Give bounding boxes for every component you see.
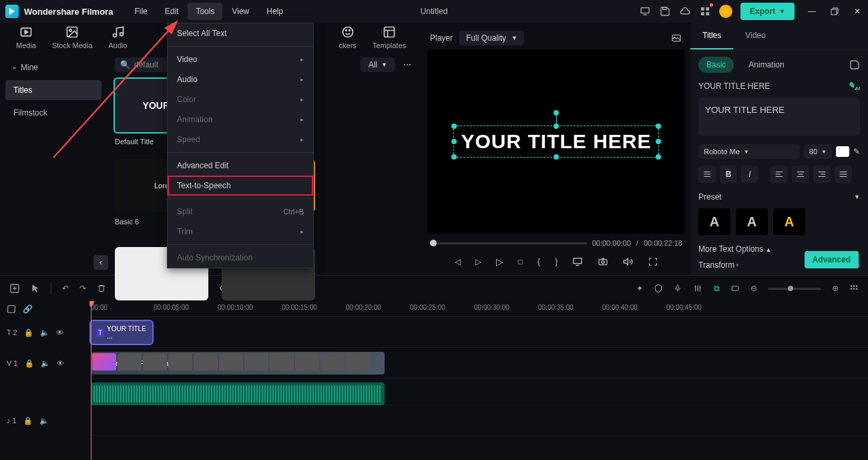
tm-video[interactable]: Video▸ <box>168 49 313 69</box>
minimize-button[interactable]: — <box>807 6 817 17</box>
ai-icon[interactable]: ✎AI <box>848 81 860 91</box>
chip-animation[interactable]: Animation <box>740 57 792 73</box>
menu-help[interactable]: Help <box>258 3 291 20</box>
fullscreen-icon[interactable] <box>648 257 658 266</box>
tab-media[interactable]: Media <box>8 23 44 52</box>
collapse-tracks-icon[interactable] <box>7 304 16 314</box>
tab-templates[interactable]: Templates <box>365 23 414 52</box>
apps-icon[interactable] <box>699 5 711 17</box>
sidebar-titles[interactable]: Titles <box>5 80 101 100</box>
sidebar-filmstock[interactable]: Filmstock <box>5 103 101 123</box>
save-icon[interactable] <box>659 5 671 17</box>
link-icon[interactable]: 🔗 <box>23 304 33 314</box>
menu-view[interactable]: View <box>224 3 257 20</box>
view-mode-icon[interactable] <box>849 284 859 293</box>
font-family-dropdown[interactable]: Roboto Me▼ <box>698 144 800 159</box>
play-reverse-icon[interactable]: ▷ <box>475 257 481 266</box>
mic-icon[interactable] <box>674 283 682 294</box>
inspector-tab-video[interactable]: Video <box>733 23 777 49</box>
mute-icon[interactable]: 🔈 <box>39 417 49 425</box>
lock-icon[interactable]: 🔒 <box>25 359 34 368</box>
display-icon[interactable] <box>572 256 583 267</box>
align-center-icon[interactable] <box>792 166 809 183</box>
preview-screen[interactable]: YOUR TITLE HERE <box>427 49 685 234</box>
clip-video[interactable]: ▶Retro Intro Filmora Tutorial <box>91 352 385 375</box>
playhead[interactable] <box>91 301 91 460</box>
shield-icon[interactable] <box>654 283 663 294</box>
timeline-ruler[interactable]: 00:00 00:00:05:00 00:00:10:00 00:00:15:0… <box>89 301 868 317</box>
tm-trim[interactable]: Trim▸ <box>168 222 313 242</box>
tm-audio[interactable]: Audio▸ <box>168 69 313 89</box>
seek-bar[interactable] <box>430 242 587 244</box>
align-justify-icon[interactable] <box>835 166 852 183</box>
eye-icon[interactable]: 👁 <box>57 359 64 367</box>
menu-tools[interactable]: Tools <box>188 3 222 20</box>
filter-all-dropdown[interactable]: All▼ <box>361 57 395 72</box>
track-head-v1[interactable]: V 1 🔒 🔈 👁 <box>0 348 89 379</box>
mixer-icon[interactable] <box>692 284 703 293</box>
mute-icon[interactable]: 🔈 <box>41 359 50 368</box>
stop-icon[interactable]: □ <box>518 257 523 266</box>
chip-basic[interactable]: Basic <box>698 57 734 73</box>
eyedropper-icon[interactable]: ✎ <box>853 147 860 156</box>
color-swatch[interactable] <box>836 146 849 157</box>
inspector-tab-titles[interactable]: Titles <box>690 23 733 49</box>
tm-text-to-speech[interactable]: Text-to-Speech <box>168 176 313 196</box>
clip-audio-linked[interactable] <box>91 383 385 405</box>
mark-in-icon[interactable]: { <box>537 257 540 266</box>
tm-autosync[interactable]: Auto Synchronization <box>168 248 313 268</box>
maximize-button[interactable] <box>829 6 840 17</box>
italic-icon[interactable]: I <box>741 166 758 183</box>
play-icon[interactable]: ▷ <box>496 256 503 267</box>
spacing-icon[interactable] <box>698 166 716 183</box>
search-input[interactable]: 🔍default <box>115 57 175 72</box>
preset-1[interactable]: A <box>698 208 730 235</box>
preset-2[interactable]: A <box>736 208 768 235</box>
tab-stock-media[interactable]: Stock Media <box>44 23 101 52</box>
bold-icon[interactable]: B <box>720 166 737 183</box>
zoom-out-icon[interactable]: ⊖ <box>750 284 757 293</box>
menu-edit[interactable]: Edit <box>157 3 187 20</box>
menu-file[interactable]: File <box>126 3 155 20</box>
prev-frame-icon[interactable]: ◁ <box>455 257 461 266</box>
more-options-icon[interactable]: ⋯ <box>401 57 414 72</box>
tm-advanced-edit[interactable]: Advanced Edit <box>168 156 313 176</box>
mute-icon[interactable]: 🔈 <box>40 328 49 337</box>
tm-speed[interactable]: Speed▸ <box>168 130 313 150</box>
tm-split[interactable]: SplitCtrl+B <box>168 202 313 222</box>
title-text-input[interactable]: YOUR TITLE HERE <box>698 98 860 136</box>
preset-3[interactable]: A <box>773 208 805 235</box>
track-head-t2[interactable]: T 2 🔒 🔈 👁 <box>0 317 89 348</box>
tab-audio[interactable]: Audio <box>101 23 136 52</box>
chevron-down-icon[interactable]: ▼ <box>854 194 860 200</box>
lock-icon[interactable]: 🔒 <box>23 417 33 425</box>
camera-icon[interactable] <box>598 256 608 267</box>
tm-animation[interactable]: Animation▸ <box>168 109 313 130</box>
eye-icon[interactable]: 👁 <box>56 328 63 336</box>
preview-title-text[interactable]: YOUR TITLE HERE <box>461 130 651 153</box>
font-size-dropdown[interactable]: 80▼ <box>804 144 832 159</box>
zoom-slider[interactable] <box>768 288 821 290</box>
align-left-icon[interactable] <box>771 166 788 183</box>
sidebar-mine[interactable]: ▸Mine <box>5 57 101 77</box>
quality-dropdown[interactable]: Full Quality▼ <box>459 31 524 45</box>
title-bounding-box[interactable]: YOUR TITLE HERE <box>453 126 658 158</box>
radar-icon[interactable]: ✦ <box>636 284 643 293</box>
account-icon[interactable] <box>719 5 732 18</box>
tab-stickers[interactable]: ckers <box>331 23 365 52</box>
lock-icon[interactable]: 🔒 <box>24 328 33 337</box>
magnet-icon[interactable]: ⧉ <box>714 284 720 293</box>
volume-icon[interactable] <box>623 256 634 267</box>
tm-color[interactable]: Color▸ <box>168 89 313 109</box>
save-preset-icon[interactable] <box>849 59 860 70</box>
close-button[interactable]: ✕ <box>852 6 863 17</box>
advanced-button[interactable]: Advanced <box>805 251 859 268</box>
tm-select-all-text[interactable]: Select All Text <box>168 23 313 43</box>
collapse-sidebar-button[interactable]: ‹ <box>93 255 108 270</box>
export-button[interactable]: Export▼ <box>740 3 795 20</box>
clip-title[interactable]: TYOUR TITLE ... <box>91 321 152 344</box>
mark-out-icon[interactable]: } <box>555 257 558 266</box>
monitor-icon[interactable] <box>639 5 651 17</box>
marker-icon[interactable] <box>730 284 740 293</box>
snapshot-icon[interactable] <box>670 32 682 44</box>
